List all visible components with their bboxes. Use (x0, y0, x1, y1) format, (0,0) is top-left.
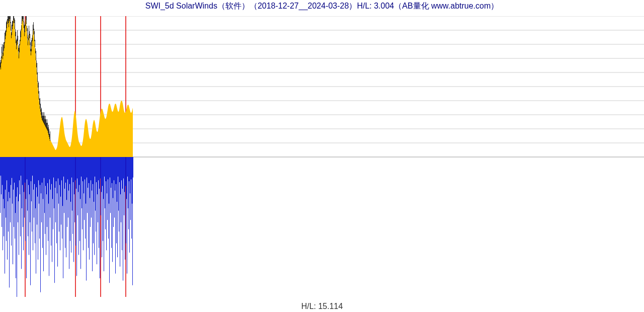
svg-rect-215 (50, 157, 50, 217)
svg-rect-330 (108, 157, 108, 179)
svg-rect-274 (79, 157, 80, 241)
svg-rect-178 (31, 157, 32, 201)
svg-rect-149 (17, 157, 17, 297)
svg-rect-133 (9, 157, 9, 192)
svg-rect-122 (3, 157, 4, 199)
svg-rect-306 (96, 157, 96, 231)
svg-rect-206 (45, 157, 46, 186)
svg-rect-137 (11, 157, 11, 185)
svg-rect-277 (81, 157, 82, 177)
svg-rect-250 (67, 157, 68, 179)
svg-rect-287 (86, 157, 87, 281)
svg-rect-249 (67, 157, 67, 227)
svg-rect-239 (62, 157, 62, 239)
svg-rect-243 (64, 157, 64, 213)
svg-rect-367 (126, 157, 127, 199)
svg-rect-117 (1, 157, 1, 176)
svg-rect-205 (45, 157, 45, 234)
svg-rect-255 (70, 157, 70, 241)
svg-rect-259 (72, 157, 72, 211)
svg-rect-129 (7, 157, 7, 180)
svg-rect-379 (132, 157, 133, 285)
svg-rect-283 (84, 157, 85, 220)
svg-rect-233 (59, 157, 59, 231)
svg-rect-209 (47, 157, 47, 227)
svg-rect-247 (66, 157, 66, 257)
svg-rect-245 (65, 157, 65, 248)
svg-rect-204 (44, 157, 45, 213)
svg-rect-341 (113, 157, 114, 227)
svg-rect-186 (35, 157, 36, 208)
svg-rect-263 (74, 157, 74, 194)
svg-rect-320 (103, 157, 103, 241)
svg-rect-315 (100, 157, 101, 179)
chart-title: SWI_5d SolarWinds（软件）（2018-12-27__2024-0… (0, 1, 644, 12)
svg-rect-181 (33, 157, 33, 250)
svg-rect-352 (119, 157, 119, 231)
svg-rect-308 (97, 157, 97, 264)
svg-rect-183 (34, 157, 34, 217)
svg-rect-172 (28, 157, 29, 185)
svg-rect-279 (82, 157, 83, 229)
svg-rect-271 (78, 157, 78, 192)
svg-rect-179 (32, 157, 32, 231)
svg-rect-217 (51, 157, 51, 246)
svg-rect-264 (74, 157, 75, 222)
svg-rect-241 (63, 157, 63, 278)
svg-rect-130 (7, 157, 8, 260)
svg-rect-124 (4, 157, 5, 208)
svg-rect-362 (124, 157, 124, 215)
svg-rect-282 (84, 157, 84, 193)
svg-rect-326 (106, 157, 106, 181)
svg-rect-145 (15, 157, 15, 239)
svg-rect-295 (90, 157, 91, 227)
svg-rect-258 (71, 157, 72, 178)
svg-rect-266 (75, 157, 76, 246)
svg-rect-304 (95, 157, 95, 177)
svg-rect-159 (22, 157, 22, 208)
svg-rect-223 (54, 157, 54, 208)
svg-rect-346 (116, 157, 116, 184)
svg-rect-134 (9, 157, 10, 287)
svg-rect-218 (51, 157, 52, 184)
svg-rect-214 (49, 157, 50, 179)
svg-rect-162 (23, 157, 24, 250)
svg-rect-207 (46, 157, 46, 255)
svg-rect-365 (125, 157, 126, 186)
svg-rect-229 (57, 157, 57, 193)
svg-rect-141 (13, 157, 13, 264)
svg-rect-318 (102, 157, 102, 257)
svg-rect-202 (43, 157, 44, 271)
svg-rect-196 (40, 157, 41, 292)
svg-rect-143 (14, 157, 14, 227)
svg-rect-131 (8, 157, 8, 201)
svg-rect-361 (123, 157, 124, 179)
svg-rect-192 (38, 157, 39, 180)
svg-rect-191 (38, 157, 38, 260)
svg-rect-327 (106, 157, 107, 250)
svg-rect-260 (72, 157, 73, 234)
svg-rect-310 (98, 157, 98, 222)
svg-rect-128 (6, 157, 7, 241)
svg-rect-265 (75, 157, 75, 180)
svg-rect-224 (54, 157, 55, 283)
svg-rect-375 (130, 157, 131, 220)
svg-rect-125 (5, 157, 5, 274)
svg-rect-212 (48, 157, 49, 204)
svg-rect-298 (92, 157, 92, 191)
svg-rect-173 (29, 157, 29, 255)
svg-rect-261 (73, 157, 73, 182)
svg-rect-268 (76, 157, 77, 276)
svg-rect-340 (113, 157, 113, 198)
svg-rect-358 (122, 157, 122, 250)
svg-rect-331 (108, 157, 109, 239)
svg-rect-185 (35, 157, 35, 243)
svg-rect-307 (96, 157, 97, 182)
svg-rect-378 (132, 157, 132, 204)
svg-rect-222 (53, 157, 54, 178)
svg-rect-376 (131, 157, 131, 179)
svg-rect-184 (34, 157, 35, 184)
svg-rect-154 (19, 157, 20, 180)
svg-rect-278 (82, 157, 82, 208)
svg-rect-231 (58, 157, 58, 179)
